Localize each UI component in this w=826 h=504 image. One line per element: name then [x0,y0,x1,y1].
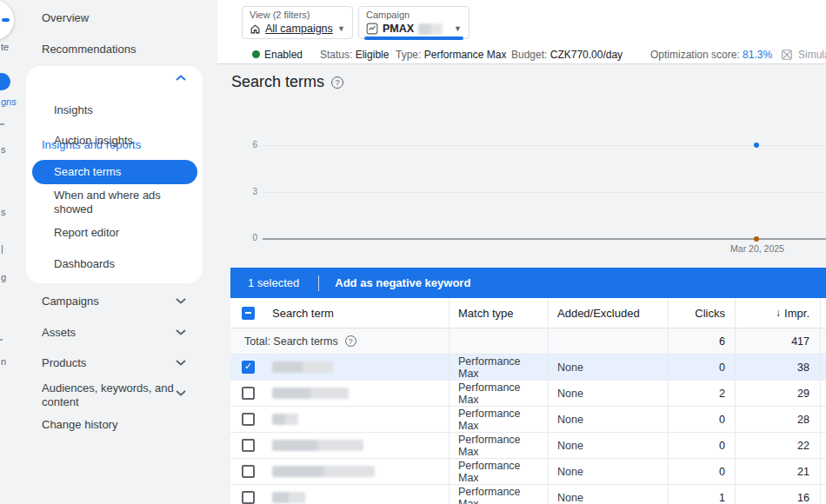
row-checkbox[interactable] [242,439,255,452]
y-tick-3: 3 [236,187,257,196]
type-value: Performance Max [424,49,507,61]
chevron-down-icon [176,359,186,366]
header-clicks[interactable]: Clicks [668,298,735,328]
redacted-search-term [272,466,375,477]
add-negative-keyword-button[interactable]: Add as negative keyword [335,276,470,289]
chevron-down-icon [176,297,186,304]
sidebar-item-search-terms-selected[interactable]: Search terms [32,160,197,184]
rail-item-tools[interactable]: s [1,207,6,217]
sidebar-item-change-history[interactable]: Change history [42,418,117,432]
google-ads-screen: te gns s s | g n Overview Recommendation… [0,0,826,504]
sidebar-item-report-editor[interactable]: Report editor [54,226,119,240]
campaign-selector-label: Campaign [366,10,462,21]
row-checkbox[interactable] [242,491,255,504]
gridline-3 [263,192,826,193]
rail-item-billing[interactable]: g [1,272,6,282]
dropdown-caret-icon: ▼ [454,24,462,33]
enabled-status: Enabled [264,45,303,64]
sidebar-item-assets[interactable]: Assets [42,326,76,340]
rail-item-create[interactable]: te [1,42,9,52]
header-impr[interactable]: ↓Impr. [735,298,820,328]
sort-desc-icon: ↓ [776,307,781,319]
data-point-blue [754,143,759,148]
sidebar-item-campaigns[interactable]: Campaigns [42,295,99,308]
type-label: Type: [396,49,421,61]
data-point-orange [754,236,759,242]
enabled-status-icon [252,50,260,58]
page-title: Search terms ? [231,73,343,91]
table-header-row: Search term Match type Added/Excluded Cl… [230,298,826,328]
selected-campaign-indicator [364,36,463,40]
sidebar-item-insights[interactable]: Insights [54,103,93,117]
select-all-checkbox[interactable] [242,307,255,320]
selection-bar-divider [318,275,319,291]
collapse-nav-button[interactable] [0,0,14,40]
sidebar-item-overview[interactable]: Overview [42,11,89,25]
total-clicks: 6 [668,328,735,354]
redacted-search-term [272,361,333,373]
redacted-search-term [272,440,363,451]
rail-icon-fragment-2: | [1,243,3,254]
sidebar-item-recommendations[interactable]: Recommendations [42,43,136,56]
budget-label: Budget: [511,49,547,61]
view-selector-value: All campaigns [265,23,333,35]
rail-icon-fragment [0,123,4,125]
y-tick-6: 6 [236,140,257,149]
row-checkbox[interactable] [242,387,255,400]
sidebar-item-when-where-ads-showed[interactable]: When and where ads showed [54,189,189,216]
table-row[interactable]: Performance Max None 0 21 [230,459,826,485]
campaign-selector[interactable]: Campaign PMAX ▼ [358,6,470,39]
campaign-status-row: Enabled Status: Eligible Type: Performan… [217,45,826,64]
help-icon[interactable]: ? [345,335,356,347]
x-tick-date: Mar 20, 2025 [726,243,789,254]
selection-bar: 1 selected Add as negative keyword [230,268,826,298]
chevron-down-icon [176,328,186,335]
row-checkbox-checked[interactable] [242,361,255,374]
rail-item-goals[interactable]: s [1,144,6,155]
row-checkbox[interactable] [242,413,255,426]
search-terms-table: Search term Match type Added/Excluded Cl… [230,298,826,504]
y-tick-0: 0 [236,233,257,242]
rail-icon-fragment-3 [0,339,3,341]
optimization-score-label: Optimization score: [650,49,740,61]
dropdown-caret-icon: ▼ [337,24,345,33]
simulator-icon [781,49,793,61]
optimization-score-value[interactable]: 81.3% [743,49,772,61]
table-row[interactable]: Performance Max None 0 22 [230,433,826,459]
redacted-campaign-name [418,23,443,35]
total-impr: 417 [735,328,820,354]
search-terms-label: Search terms [54,165,121,178]
rail-campaigns-icon[interactable] [0,73,10,90]
view-selector[interactable]: View (2 filters) All campaigns ▼ [242,6,353,39]
sidebar-item-audiences-keywords-content[interactable]: Audiences, keywords, and content [42,381,177,395]
status-label: Status: [320,49,352,61]
help-icon[interactable]: ? [331,76,343,89]
rail-item-campaigns[interactable]: gns [1,96,17,107]
table-row[interactable]: Performance Max None 2 29 [230,381,826,407]
sidebar-item-auction-insights[interactable]: Auction insights [54,134,133,148]
simulator-link[interactable]: Simula [798,45,826,64]
table-row[interactable]: Performance Max None 0 38 [230,355,826,381]
row-checkbox[interactable] [242,465,255,478]
sidebar-item-products[interactable]: Products [42,356,86,370]
header-match-type[interactable]: Match type [449,298,548,328]
total-label: Total: Search terms [244,335,338,348]
gridline-6 [263,145,826,146]
header-spacer [820,298,826,328]
header-search-term[interactable]: Search term [230,298,449,328]
view-selector-label: View (2 filters) [250,10,345,21]
sidebar-item-dashboards[interactable]: Dashboards [54,257,115,271]
header-added-excluded[interactable]: Added/Excluded [548,298,668,328]
insights-reports-panel: Insights and reports Insights Auction in… [26,66,203,283]
status-value: Eligible [356,49,390,61]
rail-item-admin[interactable]: n [1,356,6,367]
chevron-down-icon [176,389,186,396]
redacted-search-term [272,492,305,503]
selected-count: 1 selected [248,276,299,289]
campaign-selector-value: PMAX [383,23,414,35]
table-row[interactable]: Performance Max None 0 28 [230,407,826,433]
table-row[interactable]: Performance Max None 1 16 [230,485,826,504]
total-row: Total: Search terms? 6 417 [230,328,826,355]
nav-dash-icon [2,18,10,22]
home-icon [250,23,261,35]
